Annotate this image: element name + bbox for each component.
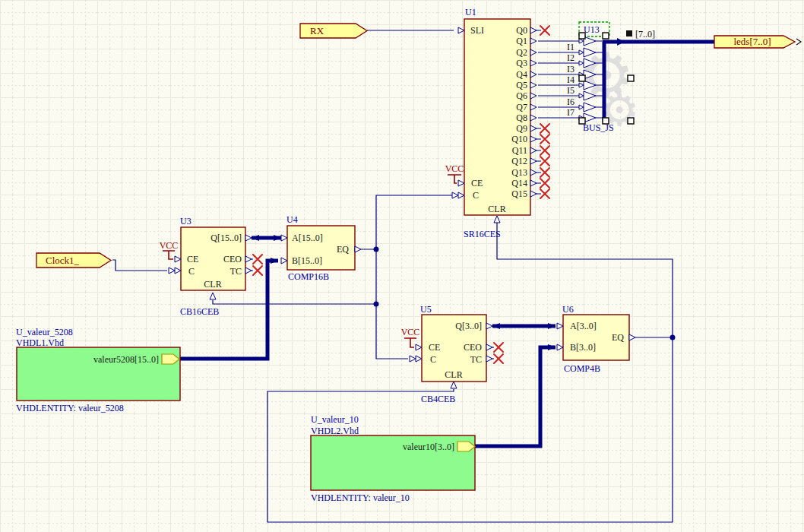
u1-pin-q6-label: Q6: [516, 90, 527, 101]
bus-range-label: [7..0]: [635, 29, 655, 40]
vhdl1-entity-label: VHDLENTITY: valeur_5208: [16, 403, 124, 413]
u6-type-label: COMP4B: [564, 363, 600, 374]
vhdl1-ref-label: U_valeur_5208: [16, 327, 73, 337]
port-clock1-label: Clock1_: [46, 255, 80, 266]
busjs-input-i3-label: I3: [567, 64, 575, 74]
u1-pin-q1-label: Q1: [516, 36, 527, 46]
wire-junction: [374, 302, 379, 307]
u6-pin-a-label: A[3..0]: [570, 321, 597, 331]
u1-pin-q13-label: Q13: [511, 167, 527, 178]
bus-label-square-icon: [626, 30, 632, 36]
u1-pin-q5-label: Q5: [516, 80, 527, 90]
u1-pin-q8-label: Q8: [516, 112, 527, 123]
u5-pin-q-label: Q[3..0]: [455, 321, 482, 331]
vhdl2-pin-label: valeur10[3..0]: [403, 442, 454, 452]
u1-pin-q9-label: Q9: [516, 123, 527, 134]
u1-pin-sli-label: SLI: [470, 25, 484, 36]
u1-pin-q14-label: Q14: [511, 178, 527, 188]
u5-ref-label: U5: [420, 304, 432, 315]
u3-ref-label: U3: [180, 216, 192, 226]
u1-pin-q2-label: Q2: [516, 47, 527, 58]
u4-pin-eq-label: EQ: [337, 244, 349, 255]
wire-junction: [374, 247, 379, 252]
busjs-input-i7-label: I7: [567, 107, 575, 118]
u4-pin-a-label: A[15..0]: [292, 233, 323, 243]
u1-type-label: SR16CES: [464, 229, 501, 239]
port-rx-label: RX: [310, 25, 324, 36]
u1-pin-q12-label: Q12: [511, 156, 527, 166]
u13-ref-label: U13: [584, 24, 600, 35]
u3-pin-tc-label: TC: [230, 266, 242, 277]
u3-pin-ceo-label: CEO: [223, 254, 242, 264]
u6-pin-b-label: B[3..0]: [570, 342, 596, 353]
u4-ref-label: U4: [286, 214, 298, 225]
busjs-input-i6-label: I6: [567, 97, 575, 107]
busjs-input-i2-label: I2: [567, 52, 575, 63]
busjs-input-i5-label: I5: [567, 85, 575, 96]
schematic-editor-canvas[interactable]: ⚙ ⚙ U1 SR16CES SLI CE C CLR Q0 Q1 Q2 Q3 …: [0, 0, 804, 532]
u5-pin-c-label: C: [430, 354, 436, 365]
u1-pin-c-label: C: [473, 190, 479, 201]
u3-pin-c-label: C: [188, 266, 195, 277]
vhdl1-pin-label: valeur5208[15..0]: [93, 354, 159, 365]
u3-pin-q-label: Q[15..0]: [210, 233, 242, 243]
u1-pin-q11-label: Q11: [512, 145, 527, 156]
u4-pin-b-label: B[15..0]: [292, 255, 322, 266]
u3-pin-ce-label: CE: [187, 254, 198, 264]
vhdl2-ref-label: U_valeur_10: [311, 414, 359, 425]
u5-pin-ce-label: CE: [429, 342, 440, 353]
u3-pin-clr-label: CLR: [204, 279, 221, 290]
busjs-input-i1-label: I1: [567, 42, 575, 52]
u1-pin-clr-label: CLR: [488, 204, 505, 214]
u1-pin-q3-label: Q3: [516, 58, 527, 68]
wire-junction: [670, 335, 676, 340]
u5-pin-tc-label: TC: [470, 354, 482, 365]
busjs-input-i4-label: I4: [567, 74, 575, 85]
schematic-svg: ⚙ ⚙ U1 SR16CES SLI CE C CLR Q0 Q1 Q2 Q3 …: [0, 0, 804, 532]
u6-ref-label: U6: [562, 304, 574, 315]
u5-type-label: CB4CEB: [421, 394, 455, 404]
u3-type-label: CB16CEB: [180, 306, 219, 317]
u6-pin-eq-label: EQ: [612, 332, 624, 343]
vcc-label-u1: VCC: [445, 163, 464, 174]
vhdl1-file-label: VHDL1.Vhd: [16, 337, 64, 348]
vhdl2-file-label: VHDL2.Vhd: [311, 426, 359, 436]
u1-pin-q7-label: Q7: [516, 102, 527, 112]
u5-pin-ceo-label: CEO: [464, 342, 482, 353]
u5-pin-clr-label: CLR: [445, 369, 462, 380]
u1-pin-q10-label: Q10: [511, 134, 527, 144]
u1-pin-ce-label: CE: [471, 178, 483, 188]
u1-pin-q15-label: Q15: [511, 188, 527, 199]
vhdl2-entity-label: VHDLENTITY: valeur_10: [311, 492, 410, 503]
u1-pin-q4-label: Q4: [516, 69, 527, 80]
u4-type-label: COMP16B: [288, 271, 329, 282]
vcc-label-u5: VCC: [401, 327, 420, 337]
u1-pin-q0-label: Q0: [516, 25, 527, 36]
port-leds-label: leds[7..0]: [733, 36, 771, 47]
vcc-label-u3: VCC: [160, 240, 179, 251]
u1-ref-label: U1: [465, 7, 476, 17]
